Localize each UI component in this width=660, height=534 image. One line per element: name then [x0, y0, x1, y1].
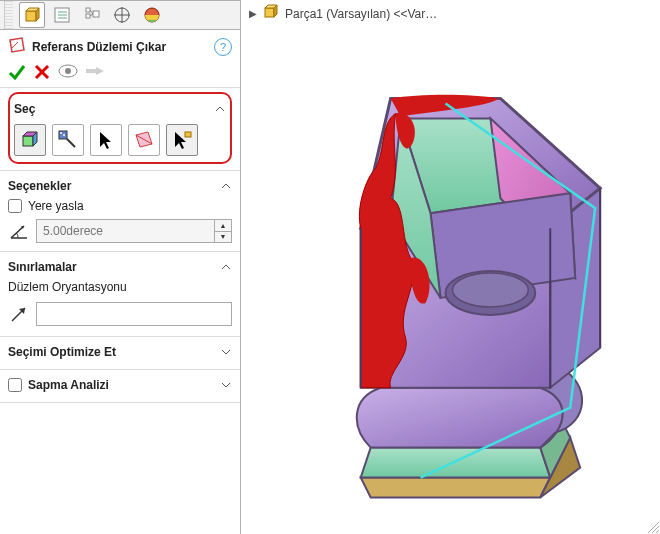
pin-icon	[86, 64, 104, 78]
svg-line-58	[652, 526, 659, 533]
tab-dim-expert[interactable]	[109, 2, 135, 28]
section-select: Seç	[0, 88, 240, 171]
deviation-label: Sapma Analizi	[28, 378, 109, 392]
section-title: Seçenekler	[8, 179, 71, 193]
deviation-checkbox-row[interactable]: Sapma Analizi	[8, 378, 109, 392]
svg-point-56	[452, 273, 528, 307]
crosshair-icon	[113, 6, 131, 24]
tab-property-manager[interactable]	[49, 2, 75, 28]
config-icon	[83, 6, 101, 24]
svg-marker-16	[10, 38, 24, 52]
tool-face-select[interactable]	[14, 124, 46, 156]
svg-rect-35	[185, 132, 191, 137]
deviation-checkbox[interactable]	[8, 378, 22, 392]
section-title: Seç	[14, 102, 35, 116]
tab-appearance[interactable]	[139, 2, 165, 28]
spin-up[interactable]: ▲	[215, 220, 231, 232]
plane-orient-field[interactable]	[36, 302, 232, 326]
plane-extract-icon	[133, 129, 155, 151]
svg-marker-2	[36, 8, 39, 21]
part-root-label: Parça1 (Varsayılan) <<Var…	[285, 7, 437, 21]
snap-ground-checkbox-row[interactable]: Yere yasla	[8, 197, 232, 215]
spin-down[interactable]: ▼	[215, 232, 231, 243]
section-constraints: Sınırlamalar Düzlem Oryantasyonu	[0, 252, 240, 337]
ref-plane-icon	[8, 36, 26, 57]
section-title: Seçimi Optimize Et	[8, 345, 116, 359]
property-panel: Referans Düzlemi Çıkar ?	[0, 0, 241, 534]
chevron-down-icon	[220, 346, 232, 358]
eye-icon	[58, 64, 78, 78]
svg-rect-24	[23, 136, 33, 146]
svg-line-17	[12, 42, 18, 48]
wand-icon	[57, 129, 79, 151]
expand-tri-icon[interactable]: ▶	[249, 8, 257, 19]
svg-point-30	[63, 134, 65, 136]
drag-handle[interactable]	[4, 1, 13, 29]
help-icon[interactable]: ?	[214, 38, 232, 56]
cursor-icon	[95, 129, 117, 151]
section-optimize: Seçimi Optimize Et	[0, 337, 240, 370]
sphere-icon	[143, 6, 161, 24]
resize-grip-icon[interactable]	[644, 518, 660, 534]
viewport-3d[interactable]	[241, 28, 660, 534]
angle-icon	[8, 220, 30, 242]
svg-rect-22	[86, 69, 96, 73]
chevron-up-icon	[220, 261, 232, 273]
ok-button[interactable]	[8, 63, 26, 81]
preview-button[interactable]	[58, 64, 78, 81]
command-action-row	[0, 59, 240, 88]
svg-rect-8	[86, 14, 90, 18]
tab-feature-manager[interactable]	[19, 2, 45, 28]
angle-row: 5.00derece ▲ ▼	[8, 215, 232, 245]
select-highlight-box: Seç	[8, 92, 232, 164]
pin-button[interactable]	[86, 64, 104, 81]
tool-cursor-flag-select[interactable]	[166, 124, 198, 156]
command-title: Referans Düzlemi Çıkar	[32, 40, 208, 54]
section-header-deviation[interactable]: Sapma Analizi	[8, 374, 232, 396]
tool-paint-select[interactable]	[52, 124, 84, 156]
tool-cursor-select[interactable]	[90, 124, 122, 156]
angle-field[interactable]: 5.00derece ▲ ▼	[36, 219, 232, 243]
svg-marker-44	[361, 478, 551, 498]
flyout-tree-header[interactable]: ▶ Parça1 (Varsayılan) <<Var…	[241, 0, 660, 27]
chevron-up-icon	[214, 103, 226, 115]
angle-value: 5.00derece	[37, 220, 214, 242]
svg-point-29	[60, 132, 62, 134]
arrow-up-right-icon	[8, 303, 30, 325]
plane-orient-label: Düzlem Oryantasyonu	[8, 278, 232, 298]
svg-marker-34	[175, 132, 186, 149]
graphics-area[interactable]: ▶ Parça1 (Varsayılan) <<Var…	[241, 0, 660, 534]
svg-rect-7	[86, 8, 90, 12]
cursor-flag-icon	[171, 129, 193, 151]
svg-rect-9	[93, 11, 99, 17]
section-header-options[interactable]: Seçenekler	[8, 175, 232, 197]
cancel-button[interactable]	[34, 64, 50, 80]
section-title: Sınırlamalar	[8, 260, 77, 274]
svg-line-28	[67, 139, 75, 147]
svg-point-21	[65, 68, 71, 74]
tool-plane-extract[interactable]	[128, 124, 160, 156]
cube-icon	[23, 6, 41, 24]
select-tool-grid	[14, 124, 226, 156]
snap-ground-label: Yere yasla	[28, 199, 84, 213]
plane-orient-row	[8, 298, 232, 330]
tab-config-manager[interactable]	[79, 2, 105, 28]
panel-tab-strip	[0, 0, 240, 30]
part-icon	[263, 4, 279, 23]
snap-ground-checkbox[interactable]	[8, 199, 22, 213]
angle-spinner[interactable]: ▲ ▼	[214, 220, 231, 242]
face-cube-icon	[19, 129, 41, 151]
command-title-row: Referans Düzlemi Çıkar ?	[0, 30, 240, 59]
svg-marker-31	[100, 132, 111, 149]
svg-rect-0	[26, 11, 36, 21]
chevron-down-icon	[220, 379, 232, 391]
section-header-constraints[interactable]: Sınırlamalar	[8, 256, 232, 278]
chevron-up-icon	[220, 180, 232, 192]
section-header-select[interactable]: Seç	[14, 98, 226, 120]
svg-rect-41	[265, 8, 274, 17]
section-header-optimize[interactable]: Seçimi Optimize Et	[8, 341, 232, 363]
section-deviation: Sapma Analizi	[0, 370, 240, 403]
svg-line-59	[656, 530, 659, 533]
list-icon	[53, 6, 71, 24]
svg-marker-23	[96, 67, 104, 75]
